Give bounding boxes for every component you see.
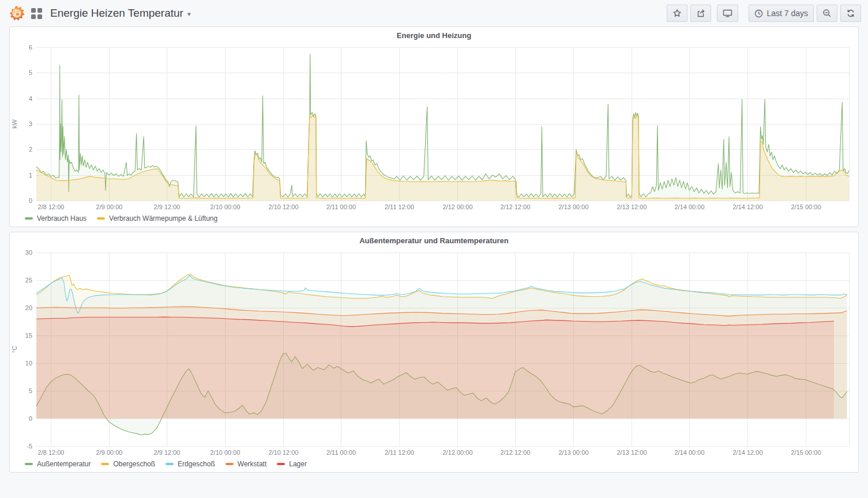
legend-label: Erdgeschoß <box>178 460 215 468</box>
legend-swatch <box>97 217 105 220</box>
grafana-logo-icon[interactable] <box>8 5 25 22</box>
time-control-group: Last 7 days <box>749 5 861 22</box>
legend-item[interactable]: Obergeschoß <box>101 460 155 468</box>
dashboard-title-dropdown[interactable]: Energie Heizen Temperatur ▾ <box>50 7 190 20</box>
dashboard-title: Energie Heizen Temperatur <box>50 7 183 20</box>
tv-mode-button[interactable] <box>717 5 738 22</box>
panel-energie-und-heizung: Energie und Heizung Verbrauch HausVerbra… <box>9 27 859 227</box>
legend-item[interactable]: Außentemperatur <box>25 460 91 468</box>
legend-swatch <box>277 463 285 465</box>
zoom-out-button[interactable] <box>817 5 837 22</box>
legend-label: Verbrauch Haus <box>37 214 87 222</box>
grid-square <box>37 8 42 13</box>
time-range-button[interactable]: Last 7 days <box>749 5 814 22</box>
legend: Verbrauch HausVerbrauch Wärmepumpe & Lüf… <box>10 212 858 227</box>
app-header: Energie Heizen Temperatur ▾ <box>0 0 868 27</box>
panel-aussentemperatur-und-raumtemperaturen: Außentemperatur und Raumtemperaturen Auß… <box>9 232 859 473</box>
legend-label: Obergeschoß <box>113 460 155 468</box>
clock-icon <box>754 9 763 18</box>
star-icon <box>672 9 682 18</box>
legend-item[interactable]: Lager <box>277 460 307 468</box>
star-button[interactable] <box>667 5 687 22</box>
legend-label: Verbrauch Wärmepumpe & Lüftung <box>109 214 217 222</box>
legend-label: Außentemperatur <box>37 460 91 468</box>
legend-swatch <box>226 463 234 465</box>
share-icon <box>696 9 705 18</box>
temperature-chart-canvas[interactable] <box>10 247 858 458</box>
panel-action-group <box>667 5 711 22</box>
monitor-icon <box>723 9 732 18</box>
chevron-down-icon: ▾ <box>187 9 191 18</box>
dashboards-grid-icon[interactable] <box>31 8 42 19</box>
grid-square <box>31 14 36 19</box>
legend-item[interactable]: Werkstatt <box>226 460 266 468</box>
legend-swatch <box>101 463 109 465</box>
zoom-out-icon <box>822 9 832 18</box>
share-button[interactable] <box>690 5 711 22</box>
legend: AußentemperaturObergeschoßErdgeschoßWerk… <box>10 458 858 472</box>
legend-swatch <box>166 463 174 465</box>
legend-item[interactable]: Verbrauch Haus <box>25 214 87 222</box>
panel-title[interactable]: Außentemperatur und Raumtemperaturen <box>10 232 858 247</box>
legend-item[interactable]: Verbrauch Wärmepumpe & Lüftung <box>97 214 217 222</box>
legend-label: Werkstatt <box>238 460 266 468</box>
legend-item[interactable]: Erdgeschoß <box>166 460 215 468</box>
legend-swatch <box>25 217 33 220</box>
grid-square <box>37 14 42 19</box>
grid-square <box>31 8 36 13</box>
legend-swatch <box>25 463 33 465</box>
refresh-icon <box>846 9 855 18</box>
energy-chart-canvas[interactable] <box>10 42 858 212</box>
legend-label: Lager <box>289 460 307 468</box>
time-range-label: Last 7 days <box>766 9 808 18</box>
panel-title[interactable]: Energie und Heizung <box>10 27 858 42</box>
refresh-button[interactable] <box>840 5 861 22</box>
